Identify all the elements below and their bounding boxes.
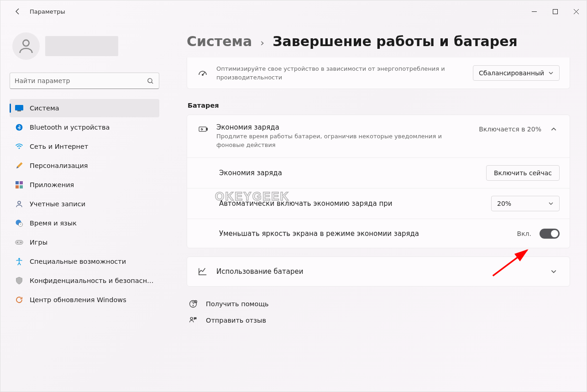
chevron-down-icon (548, 266, 560, 277)
feedback-label: Отправить отзыв (206, 317, 266, 324)
avatar (12, 32, 40, 60)
window-buttons (524, 4, 587, 19)
titlebar: Параметры (0, 0, 587, 22)
enable-now-title: Экономия заряда (219, 169, 478, 177)
nav-item-windows-update[interactable]: Центр обновления Windows (10, 291, 159, 309)
section-battery-label: Батарея (188, 102, 570, 109)
close-icon (574, 9, 579, 14)
power-mode-card[interactable]: Оптимизируйте свое устройство в зависимо… (187, 57, 570, 89)
power-mode-select[interactable]: Сбалансированный (473, 65, 560, 81)
battery-saver-icon (197, 125, 208, 133)
battery-saver-status: Включается в 20% (479, 125, 541, 133)
footer-links: Получить помощь Отправить отзыв (187, 299, 570, 325)
shield-icon (15, 277, 23, 285)
system-icon (15, 104, 23, 112)
brush-icon (15, 162, 23, 170)
maximize-icon (553, 9, 558, 14)
nav-item-gaming[interactable]: Игры (10, 233, 159, 251)
svg-rect-8 (17, 110, 21, 111)
nav-item-label: Приложения (30, 181, 74, 188)
main-panel: Система › Завершение работы и батарея Оп… (165, 22, 587, 392)
nav-item-label: Учетные записи (30, 200, 85, 208)
svg-point-10 (19, 147, 20, 149)
dim-brightness-toggle[interactable] (540, 229, 560, 239)
nav-item-label: Сеть и Интернет (30, 143, 88, 150)
search-input[interactable] (15, 77, 147, 84)
svg-point-4 (23, 40, 29, 46)
maximize-button[interactable] (545, 4, 566, 19)
breadcrumb-root[interactable]: Система (187, 33, 252, 49)
svg-point-26 (193, 305, 193, 306)
get-help-link[interactable]: Получить помощь (189, 299, 570, 308)
breadcrumb: Система › Завершение работы и батарея (187, 33, 570, 49)
minimize-button[interactable] (524, 4, 545, 19)
svg-rect-14 (20, 185, 23, 188)
auto-enable-title: Автоматически включать экономию заряда п… (219, 199, 483, 208)
nav-item-label: Время и язык (30, 220, 77, 227)
battery-saver-row[interactable]: Экономия заряда Продлите время работы ба… (187, 115, 570, 158)
search-icon (147, 77, 154, 85)
battery-usage-title: Использование батареи (216, 267, 540, 276)
enable-now-button[interactable]: Включить сейчас (486, 165, 560, 181)
auto-enable-select[interactable]: 20% (491, 196, 560, 211)
nav-item-privacy[interactable]: Конфиденциальность и безопасность (10, 272, 159, 290)
svg-point-5 (148, 78, 152, 82)
nav-item-bluetooth[interactable]: Bluetooth и устройства (10, 118, 159, 136)
nav-item-label: Конфиденциальность и безопасность (30, 277, 154, 284)
help-icon (189, 299, 198, 308)
battery-usage-card[interactable]: Использование батареи (187, 256, 570, 287)
nav-item-network[interactable]: Сеть и Интернет (10, 137, 159, 156)
get-help-label: Получить помощь (206, 300, 269, 308)
dim-brightness-title: Уменьшать яркость экрана в режиме эконом… (219, 230, 509, 238)
nav-item-apps[interactable]: Приложения (10, 176, 159, 194)
accessibility-icon (15, 257, 23, 266)
sidebar: Система Bluetooth и устройства Сеть и Ин… (0, 22, 165, 392)
search-box[interactable] (10, 73, 159, 89)
nav-item-label: Специальные возможности (30, 258, 126, 265)
user-block[interactable] (10, 27, 159, 71)
gamepad-icon (15, 238, 23, 246)
chart-icon (197, 267, 208, 276)
update-icon (15, 296, 23, 304)
minimize-icon (532, 9, 537, 14)
svg-rect-24 (206, 128, 207, 130)
gauge-icon (197, 68, 208, 78)
auto-enable-value: 20% (497, 200, 511, 207)
nav-item-label: Bluetooth и устройства (30, 124, 110, 131)
back-button[interactable] (10, 3, 26, 20)
chevron-up-icon (548, 123, 560, 135)
feedback-icon (189, 316, 198, 325)
svg-point-15 (18, 201, 21, 204)
chevron-right-icon: › (260, 37, 264, 48)
nav-item-label: Игры (30, 239, 47, 246)
page-title: Завершение работы и батарея (273, 33, 518, 49)
nav-item-time-language[interactable]: Время и язык (10, 214, 159, 232)
bluetooth-icon (15, 123, 23, 131)
arrow-left-icon (14, 8, 21, 15)
svg-point-20 (21, 242, 21, 243)
svg-line-6 (152, 82, 153, 83)
feedback-link[interactable]: Отправить отзыв (189, 316, 570, 325)
svg-point-19 (17, 242, 18, 243)
nav-item-system[interactable]: Система (10, 99, 159, 117)
dim-brightness-state: Вкл. (517, 230, 531, 237)
close-button[interactable] (566, 4, 587, 19)
nav-item-personalization[interactable]: Персонализация (10, 157, 159, 175)
power-mode-desc: Оптимизируйте свое устройство в зависимо… (216, 65, 465, 82)
svg-point-22 (202, 74, 203, 75)
battery-saver-title: Экономия заряда (216, 123, 471, 131)
svg-rect-18 (16, 240, 23, 245)
battery-saver-desc: Продлите время работы батареи, ограничив… (216, 132, 471, 150)
svg-rect-13 (16, 185, 19, 188)
nav-item-label: Персонализация (30, 162, 88, 169)
nav-item-label: Центр обновления Windows (30, 296, 126, 303)
svg-rect-11 (16, 181, 19, 184)
window-title: Параметры (30, 8, 65, 15)
battery-saver-card: Экономия заряда Продлите время работы ба… (187, 115, 570, 249)
apps-icon (15, 181, 23, 189)
account-icon (15, 200, 23, 208)
person-icon (17, 37, 35, 55)
nav-item-accessibility[interactable]: Специальные возможности (10, 252, 159, 271)
wifi-icon (15, 142, 23, 151)
nav-item-accounts[interactable]: Учетные записи (10, 195, 159, 213)
